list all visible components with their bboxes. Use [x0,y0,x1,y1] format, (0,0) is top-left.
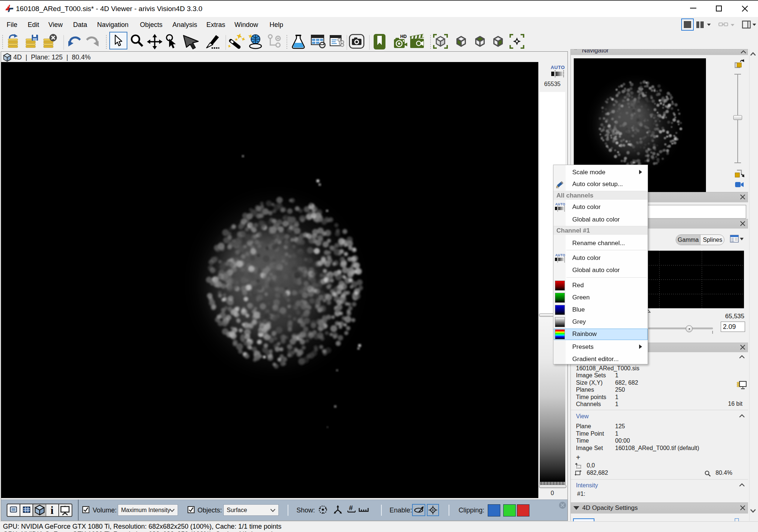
svg-text:HD: HD [400,34,407,39]
svg-text:#: # [349,504,353,512]
